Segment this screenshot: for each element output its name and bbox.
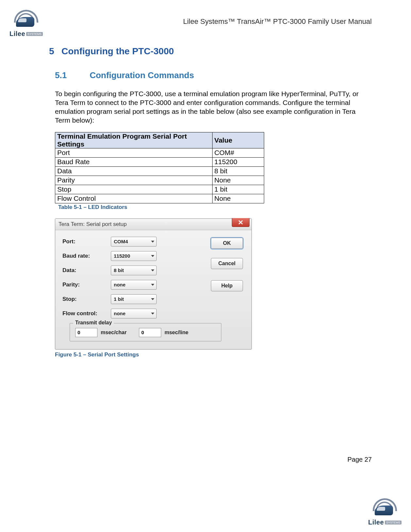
msec-line-input[interactable]: 0 [139,328,161,337]
help-button[interactable]: Help [211,280,243,291]
baud-label: Baud rate: [62,253,111,259]
port-label: Port: [62,238,111,245]
chevron-down-icon [151,313,154,315]
stop-label: Stop: [62,296,111,302]
teraterm-dialog: Tera Term: Serial port setup OK Cancel H… [55,218,252,350]
heading-2-text: Configuration Commands [90,70,194,80]
msec-char-input[interactable]: 0 [75,328,97,337]
data-label: Data: [62,267,111,274]
stop-combo[interactable]: 1 bit [111,294,157,304]
heading-2: 5.1 Configuration Commands [55,70,365,80]
table-row: Data8 bit [55,166,264,176]
msec-char-unit: msec/char [101,330,127,335]
table-caption: Table 5-1 – LED Indicators [58,204,365,211]
close-icon [238,220,243,225]
data-combo[interactable]: 8 bit [111,266,157,275]
data-value: 8 bit [114,267,124,273]
logo-badge: SYSTEMS [26,32,43,36]
table-header-value: Value [212,132,264,148]
msec-line-unit: msec/line [164,330,188,335]
table-row: Baud Rate115200 [55,157,264,166]
chevron-down-icon [151,269,154,271]
baud-value: 115200 [114,253,130,259]
parity-value: none [114,282,126,287]
chevron-down-icon [151,241,154,243]
table-row: Stop1 bit [55,185,264,194]
flow-combo[interactable]: none [111,309,157,318]
chevron-down-icon [151,284,154,286]
ok-button[interactable]: OK [211,238,243,249]
cancel-button[interactable]: Cancel [211,258,243,269]
serial-settings-table: Terminal Emulation Program Serial Port S… [55,132,264,203]
logo-text: Lilee [368,519,384,526]
logo-badge: SYSTEMS [385,521,402,524]
port-combo[interactable]: COM4 [111,237,157,247]
logo-mark-icon [373,498,397,518]
document-title: Lilee Systems™ TransAir™ PTC-3000 Family… [183,17,372,26]
table-header-setting: Terminal Emulation Program Serial Port S… [55,132,213,148]
brand-logo-bottom: Lilee SYSTEMS [368,498,401,526]
stop-value: 1 bit [114,296,124,302]
dialog-title: Tera Term: Serial port setup [55,219,251,230]
table-row: PortCOM# [55,148,264,157]
page-number: Page 27 [347,456,372,463]
flow-value: none [114,311,126,316]
heading-1: 5 Configuring the PTC-3000 [49,46,365,57]
chevron-down-icon [151,298,154,300]
heading-1-number: 5 [49,46,56,57]
parity-label: Parity: [62,282,111,288]
table-row: Flow ControlNone [55,194,264,203]
flow-label: Flow control: [62,310,111,317]
brand-logo-top: Lilee SYSTEMS [10,10,43,38]
intro-paragraph: To begin configuring the PTC-3000, use a… [55,90,365,125]
logo-mark-icon [14,10,38,29]
logo-text: Lilee [9,30,25,38]
parity-combo[interactable]: none [111,280,157,290]
port-value: COM4 [114,239,128,244]
transmit-delay-legend: Transmit delay [73,320,114,326]
heading-1-text: Configuring the PTC-3000 [61,46,174,57]
transmit-delay-group: Transmit delay 0 msec/char 0 msec/line [70,323,221,341]
baud-combo[interactable]: 115200 [111,251,157,261]
heading-2-number: 5.1 [55,70,67,80]
figure-caption: Figure 5-1 – Serial Port Settings [55,352,365,358]
page-header: Lilee SYSTEMS Lilee Systems™ TransAir™ P… [10,10,372,40]
table-row: ParityNone [55,176,264,185]
chevron-down-icon [151,255,154,257]
close-button[interactable] [232,218,249,227]
